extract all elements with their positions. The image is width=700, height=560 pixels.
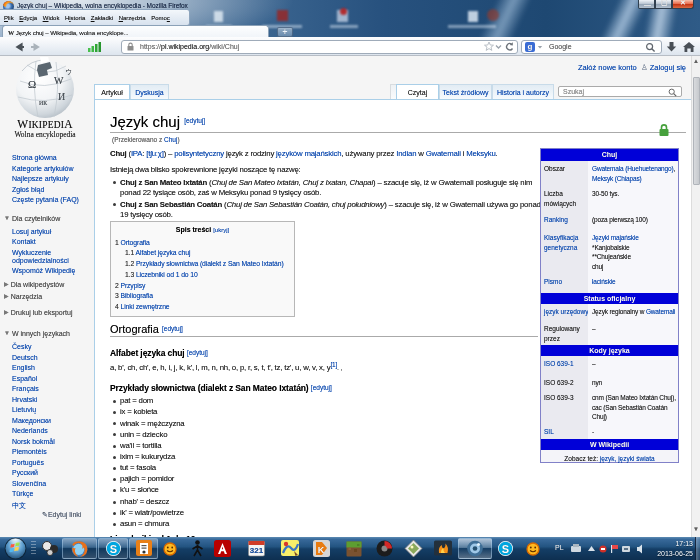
svg-text:W: W bbox=[54, 75, 64, 86]
svg-text:S: S bbox=[502, 543, 509, 555]
svg-text:ик: ик bbox=[39, 98, 47, 107]
svg-text:S: S bbox=[110, 543, 117, 555]
svg-text:K: K bbox=[318, 545, 325, 555]
svg-text:И: И bbox=[58, 91, 65, 102]
svg-text:ウ: ウ bbox=[65, 68, 72, 76]
svg-text:Ω: Ω bbox=[28, 78, 36, 90]
svg-text:321: 321 bbox=[250, 546, 264, 555]
